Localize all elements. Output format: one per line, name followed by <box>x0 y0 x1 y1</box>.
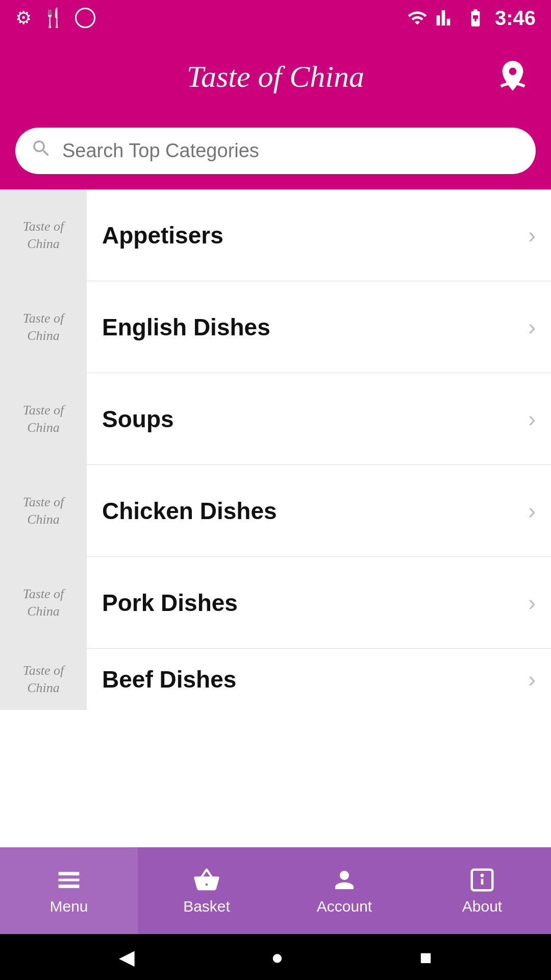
wifi-icon <box>407 8 428 28</box>
chevron-right-icon: › <box>528 667 551 692</box>
svg-rect-0 <box>59 872 80 874</box>
category-thumb: Taste ofChina <box>0 557 87 649</box>
nav-label-menu: Menu <box>49 898 88 915</box>
android-back-button[interactable]: ◀ <box>119 945 135 969</box>
nav-item-account[interactable]: Account <box>276 847 413 934</box>
fork-icon: 🍴 <box>42 7 65 29</box>
battery-icon <box>464 8 487 28</box>
category-item[interactable]: Taste ofChina Pork Dishes › <box>0 557 551 649</box>
category-name: Appetisers <box>87 222 528 249</box>
category-thumb: Taste ofChina <box>0 649 87 710</box>
category-thumb: Taste ofChina <box>0 465 87 557</box>
category-item[interactable]: Taste ofChina English Dishes › <box>0 281 551 373</box>
svg-rect-2 <box>59 886 80 888</box>
category-item[interactable]: Taste ofChina Chicken Dishes › <box>0 465 551 557</box>
app-header: Taste of China <box>0 36 551 117</box>
location-icon <box>495 58 531 94</box>
app-title: Taste of China <box>187 59 364 94</box>
category-thumb: Taste ofChina <box>0 373 87 465</box>
status-left-icons: ⚙ 🍴 <box>15 7 95 29</box>
nav-item-basket[interactable]: Basket <box>138 847 276 934</box>
search-icon <box>31 138 52 164</box>
about-icon <box>468 866 496 894</box>
android-system-bar: ◀ ● ■ <box>0 934 551 980</box>
android-recent-button[interactable]: ■ <box>419 946 432 969</box>
category-item[interactable]: Taste ofChina Appetisers › <box>0 189 551 281</box>
signal-icon <box>436 8 456 28</box>
status-bar: ⚙ 🍴 3:46 <box>0 0 551 36</box>
chevron-right-icon: › <box>528 314 551 340</box>
nav-item-about[interactable]: About <box>413 847 551 934</box>
category-name: English Dishes <box>87 313 528 341</box>
search-input-wrap[interactable] <box>15 128 536 174</box>
nav-item-menu[interactable]: Menu <box>0 847 138 934</box>
status-time: 3:46 <box>495 7 536 30</box>
account-icon <box>331 866 358 894</box>
category-item[interactable]: Taste ofChina Soups › <box>0 373 551 465</box>
nav-label-about: About <box>462 898 502 915</box>
chevron-right-icon: › <box>528 406 551 432</box>
nav-label-basket: Basket <box>183 898 230 915</box>
basket-icon <box>193 866 220 894</box>
nav-label-account: Account <box>317 898 372 915</box>
category-list: Taste ofChina Appetisers › Taste ofChina… <box>0 189 551 847</box>
chevron-right-icon: › <box>528 223 551 248</box>
menu-icon <box>55 866 83 894</box>
category-thumb: Taste ofChina <box>0 281 87 373</box>
android-home-button[interactable]: ● <box>271 946 283 969</box>
svg-rect-1 <box>59 879 80 881</box>
status-right-icons: 3:46 <box>407 7 536 30</box>
chevron-right-icon: › <box>528 498 551 524</box>
circle-icon <box>75 8 95 28</box>
bottom-nav: Menu Basket Account About <box>0 847 551 934</box>
category-name: Soups <box>87 405 528 433</box>
category-name: Pork Dishes <box>87 589 528 617</box>
category-name: Chicken Dishes <box>87 497 528 525</box>
location-button[interactable] <box>495 58 531 95</box>
search-bar-container <box>0 117 551 189</box>
category-thumb: Taste ofChina <box>0 189 87 281</box>
category-item[interactable]: Taste ofChina Beef Dishes › <box>0 649 551 710</box>
category-name: Beef Dishes <box>87 666 528 693</box>
settings-icon: ⚙ <box>15 7 32 29</box>
search-input[interactable] <box>62 140 520 162</box>
chevron-right-icon: › <box>528 590 551 616</box>
